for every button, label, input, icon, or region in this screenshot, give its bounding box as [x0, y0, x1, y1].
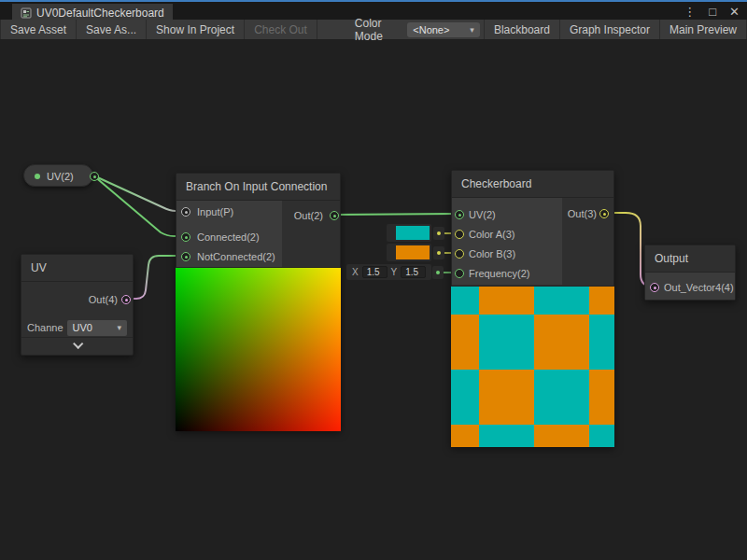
main-preview-toggle[interactable]: Main Preview	[660, 20, 747, 39]
frequency-connector-icon	[432, 266, 444, 279]
color-b-widget	[387, 244, 431, 261]
cb-uv-label: UV(2)	[469, 209, 496, 220]
tab-title: UV0DefaultCheckerboard	[36, 7, 164, 20]
checkerboard-node-title: Checkerboard	[452, 171, 613, 198]
collapse-button[interactable]	[21, 337, 133, 355]
color-b-swatch[interactable]	[396, 245, 430, 259]
uv-out-label: Out(4)	[89, 294, 118, 305]
channel-label: Channe	[27, 322, 63, 333]
uv-property-node[interactable]: UV(2)	[23, 164, 93, 187]
maximize-icon[interactable]: □	[709, 6, 716, 18]
chevron-down-icon: ▾	[117, 323, 121, 332]
save-asset-button[interactable]: Save Asset	[0, 20, 77, 39]
edge-uvprop-to-input[interactable]	[93, 175, 183, 211]
branch-input-p-port[interactable]	[181, 207, 190, 217]
chevron-down-icon: ▾	[470, 25, 474, 35]
collapse-chevron-icon	[73, 339, 83, 349]
channel-value: UV0	[73, 322, 92, 333]
branch-out-port[interactable]	[330, 211, 339, 220]
color-a-connector-icon	[433, 227, 444, 240]
cb-out-label: Out(3)	[568, 208, 597, 219]
frequency-x-label: X	[352, 267, 359, 277]
color-b-connector-icon	[433, 246, 444, 259]
cb-out-port[interactable]	[599, 209, 609, 218]
frequency-y-field[interactable]: 1.5	[401, 266, 426, 278]
window-menu-icon[interactable]: ⋮	[684, 6, 696, 18]
output-vector4-label: Out_Vector4(4)	[664, 282, 734, 293]
output-node-title: Output	[645, 245, 735, 273]
edge-uvprop-to-connected[interactable]	[93, 175, 183, 236]
branch-connected-label: Connected(2)	[197, 231, 260, 243]
uv-node[interactable]: UV Out(4) Channe UV0 ▾	[21, 254, 134, 356]
graph-toolbar: Save Asset Save As... Show In Project Ch…	[0, 20, 747, 40]
cb-color-a-label: Color A(3)	[469, 229, 515, 240]
output-vector4-port[interactable]	[650, 283, 659, 292]
blackboard-toggle[interactable]: Blackboard	[484, 20, 560, 39]
branch-node[interactable]: Branch On Input Connection Input(P) Conn…	[176, 173, 341, 430]
color-a-swatch[interactable]	[396, 226, 430, 240]
frequency-x-field[interactable]: 1.5	[362, 266, 388, 278]
edge-branch-to-checkerboard[interactable]	[333, 214, 456, 215]
close-icon[interactable]: ✕	[729, 6, 740, 18]
branch-uv-preview	[176, 267, 341, 431]
checkerboard-preview	[451, 286, 614, 447]
uv-property-out-port[interactable]	[90, 172, 99, 181]
uv-node-title: UV	[21, 255, 133, 282]
frequency-y-label: Y	[391, 267, 398, 277]
graph-canvas[interactable]: UV(2) Branch On Input Connection Input(P…	[0, 40, 747, 560]
exposed-dot-icon	[35, 174, 40, 179]
branch-node-title: Branch On Input Connection	[176, 174, 340, 201]
cb-frequency-port[interactable]	[455, 269, 464, 278]
cb-color-b-label: Color B(3)	[469, 248, 515, 259]
branch-notconnected-port[interactable]	[181, 252, 190, 261]
color-a-widget	[387, 224, 431, 242]
cb-color-a-port[interactable]	[455, 230, 464, 239]
edge-uvnode-to-notconnected[interactable]	[125, 256, 183, 299]
branch-notconnected-label: NotConnected(2)	[197, 251, 275, 262]
cb-color-b-port[interactable]	[455, 249, 464, 259]
color-mode-dropdown[interactable]: <None> ▾	[407, 22, 480, 37]
show-in-project-button[interactable]: Show In Project	[147, 20, 245, 39]
graph-inspector-toggle[interactable]: Graph Inspector	[560, 20, 660, 39]
uv-property-label: UV(2)	[47, 171, 74, 182]
color-mode-label: Color Mode	[342, 20, 407, 39]
frequency-widget: X 1.5 Y 1.5	[346, 264, 431, 280]
cb-uv-port[interactable]	[455, 210, 464, 219]
shader-graph-icon	[21, 7, 32, 19]
uv-out-port[interactable]	[121, 295, 131, 304]
branch-connected-port[interactable]	[181, 232, 190, 242]
branch-out-label: Out(2)	[294, 210, 323, 221]
cb-frequency-label: Frequency(2)	[469, 268, 529, 279]
output-node[interactable]: Output Out_Vector4(4)	[644, 245, 736, 301]
color-mode-value: <None>	[413, 24, 449, 35]
check-out-button: Check Out	[245, 20, 317, 39]
save-as-button[interactable]: Save As...	[77, 20, 147, 39]
branch-input-p-label: Input(P)	[197, 206, 233, 217]
checkerboard-node[interactable]: Checkerboard UV(2) Color A(3) Color B(3)…	[451, 170, 614, 446]
channel-dropdown[interactable]: UV0 ▾	[67, 320, 127, 336]
